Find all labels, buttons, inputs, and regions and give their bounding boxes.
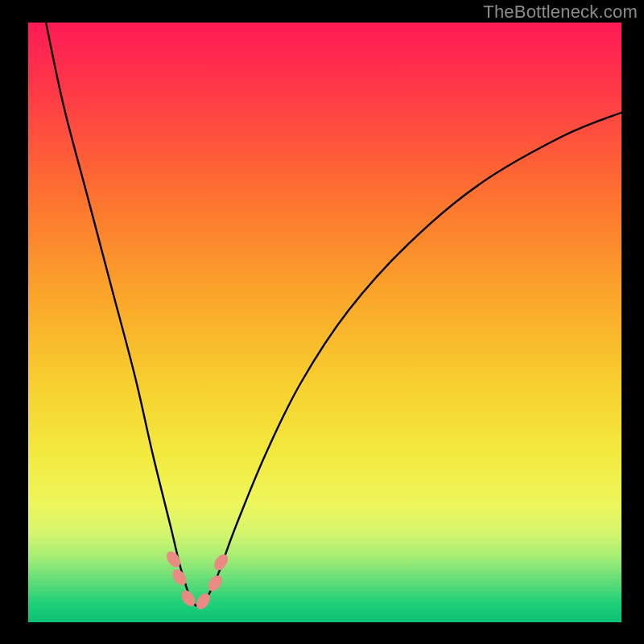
- chart-plot: [28, 23, 621, 622]
- chart-outer-frame: TheBottleneck.com: [0, 0, 644, 644]
- gradient-background: [28, 23, 621, 622]
- watermark-text: TheBottleneck.com: [483, 2, 638, 23]
